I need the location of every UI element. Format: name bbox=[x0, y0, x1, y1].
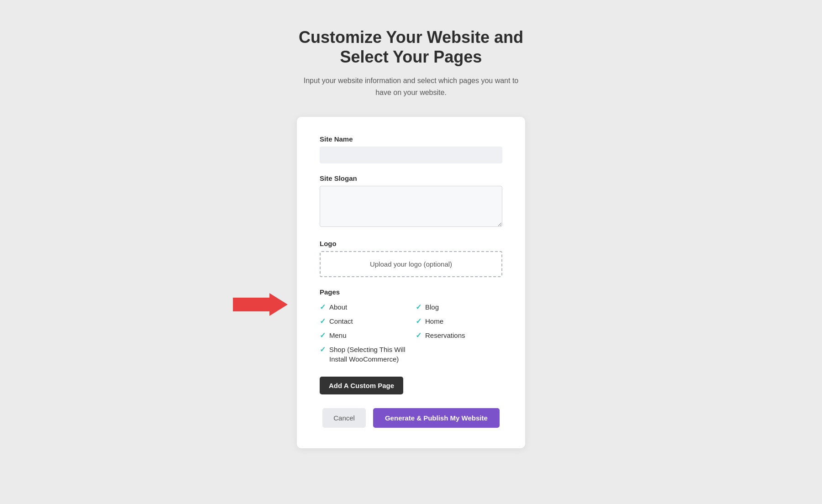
page-label-shop: Shop (Selecting This Will Install WooCom… bbox=[329, 345, 406, 364]
page-item-shop[interactable]: ✓ Shop (Selecting This Will Install WooC… bbox=[320, 345, 406, 364]
check-icon-menu: ✓ bbox=[320, 331, 326, 340]
form-card: Site Name Site Slogan Logo Upload your l… bbox=[297, 117, 525, 448]
page-label-menu: Menu bbox=[329, 331, 347, 340]
page-item-contact[interactable]: ✓ Contact bbox=[320, 316, 406, 326]
site-slogan-field: Site Slogan bbox=[320, 174, 502, 229]
site-name-field: Site Name bbox=[320, 135, 502, 163]
svg-marker-0 bbox=[233, 293, 288, 316]
pages-label: Pages bbox=[320, 288, 502, 296]
logo-label: Logo bbox=[320, 240, 502, 247]
logo-field: Logo Upload your logo (optional) bbox=[320, 240, 502, 277]
page-item-home[interactable]: ✓ Home bbox=[416, 316, 502, 326]
check-icon-contact: ✓ bbox=[320, 317, 326, 326]
check-icon-home: ✓ bbox=[416, 317, 422, 326]
pages-section: Pages ✓ About ✓ Blog ✓ Contact ✓ Home ✓ … bbox=[320, 288, 502, 364]
site-name-label: Site Name bbox=[320, 135, 502, 143]
page-title: Customize Your Website and Select Your P… bbox=[299, 27, 523, 67]
check-icon-about: ✓ bbox=[320, 303, 326, 311]
page-item-blog[interactable]: ✓ Blog bbox=[416, 302, 502, 312]
page-item-menu[interactable]: ✓ Menu bbox=[320, 331, 406, 340]
logo-upload-area[interactable]: Upload your logo (optional) bbox=[320, 251, 502, 277]
page-subtitle: Input your website information and selec… bbox=[301, 75, 521, 98]
publish-button[interactable]: Generate & Publish My Website bbox=[373, 408, 500, 428]
cancel-button[interactable]: Cancel bbox=[322, 408, 366, 428]
site-slogan-input[interactable] bbox=[320, 186, 502, 227]
check-icon-shop: ✓ bbox=[320, 345, 326, 354]
page-label-home: Home bbox=[425, 316, 443, 326]
add-custom-page-button[interactable]: Add A Custom Page bbox=[320, 377, 403, 394]
site-slogan-label: Site Slogan bbox=[320, 174, 502, 182]
form-actions: Cancel Generate & Publish My Website bbox=[320, 408, 502, 428]
pages-grid: ✓ About ✓ Blog ✓ Contact ✓ Home ✓ Menu ✓ bbox=[320, 302, 502, 364]
page-label-reservations: Reservations bbox=[425, 331, 465, 340]
page-label-contact: Contact bbox=[329, 316, 353, 326]
page-item-about[interactable]: ✓ About bbox=[320, 302, 406, 312]
page-label-about: About bbox=[329, 302, 347, 312]
page-label-blog: Blog bbox=[425, 302, 439, 312]
check-icon-blog: ✓ bbox=[416, 303, 422, 311]
arrow-indicator bbox=[233, 293, 288, 316]
check-icon-reservations: ✓ bbox=[416, 331, 422, 340]
site-name-input[interactable] bbox=[320, 147, 502, 163]
page-item-reservations[interactable]: ✓ Reservations bbox=[416, 331, 502, 340]
